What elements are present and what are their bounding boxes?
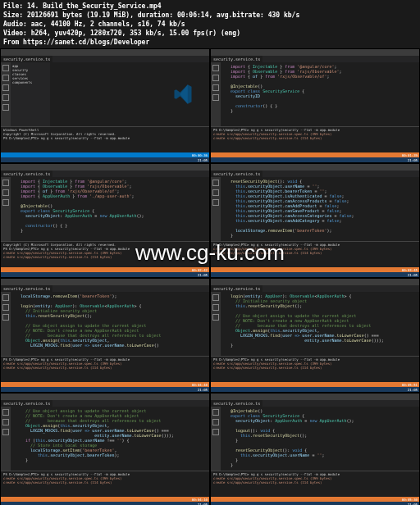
activity-bar[interactable]: [211, 407, 221, 471]
code-editor[interactable]: import { Injectable } from '@angular/cor…: [221, 62, 419, 126]
terminal-panel[interactable]: Windows PowerShell Copyright (C) Microso…: [1, 126, 209, 152]
activity-bar[interactable]: [211, 177, 221, 241]
terminal-panel[interactable]: PS D:\Samples\PTC> ng g s security/secur…: [1, 471, 209, 497]
window-titlebar[interactable]: [1, 164, 209, 171]
tab-security[interactable]: security.service.ts: [1, 171, 53, 177]
code-editor[interactable]: localStorage.removeItem('bearerToken'); …: [11, 292, 209, 356]
terminal-panel[interactable]: PS D:\Samples\PTC> ng g s security/secur…: [211, 241, 419, 267]
git-icon[interactable]: [212, 84, 219, 91]
files-icon[interactable]: [212, 409, 219, 416]
terminal-panel[interactable]: PS D:\Samples\PTC> ng g s security/secur…: [211, 126, 419, 152]
search-icon[interactable]: [2, 189, 9, 196]
code-editor[interactable]: import { Injectable } from '@angular/cor…: [11, 177, 209, 241]
search-icon[interactable]: [212, 189, 219, 196]
windows-taskbar[interactable]: 21:05: [211, 272, 419, 277]
windows-taskbar[interactable]: 21:05: [211, 502, 419, 505]
git-icon[interactable]: [2, 314, 9, 321]
activity-bar[interactable]: [1, 62, 11, 126]
windows-taskbar[interactable]: 21:05: [1, 157, 209, 162]
debug-icon[interactable]: [2, 94, 9, 101]
editor-tabs[interactable]: security.service.ts: [1, 171, 209, 177]
clock: 21:05: [408, 503, 418, 506]
window-titlebar[interactable]: [211, 394, 419, 400]
tab-security[interactable]: security.service.ts: [211, 400, 263, 407]
media-info-header: File: 14. Build_the_Security_Service.mp4…: [0, 0, 420, 48]
window-titlebar[interactable]: [211, 164, 419, 171]
window-titlebar[interactable]: [1, 49, 209, 56]
tab-security[interactable]: security.service.ts: [211, 56, 263, 62]
editor-tabs[interactable]: security.service.ts: [211, 285, 419, 292]
window-titlebar[interactable]: [211, 279, 419, 285]
files-icon[interactable]: [212, 294, 219, 301]
search-icon[interactable]: [2, 304, 9, 311]
debug-icon[interactable]: [212, 94, 219, 101]
terminal-panel[interactable]: Copyright (C) Microsoft Corporation. All…: [1, 241, 209, 267]
window-titlebar[interactable]: [1, 279, 209, 285]
tab-security[interactable]: security.service.ts: [1, 400, 53, 407]
activity-bar[interactable]: [1, 292, 11, 356]
git-icon[interactable]: [212, 199, 219, 206]
search-icon[interactable]: [212, 304, 219, 311]
terminal-panel[interactable]: PS D:\Samples\PTC> ng g s security/secur…: [1, 356, 209, 382]
editor-tabs[interactable]: security.service.ts: [1, 285, 209, 292]
files-icon[interactable]: [212, 65, 219, 71]
git-icon[interactable]: [2, 199, 9, 206]
editor-tabs[interactable]: security.service.ts: [1, 400, 209, 407]
code-block-1: import { Injectable } from '@angular/cor…: [231, 64, 342, 113]
files-icon[interactable]: [212, 180, 219, 186]
clock: 21:05: [198, 388, 208, 392]
window-titlebar[interactable]: [1, 394, 209, 400]
thumb-4: security.service.ts resetSecurityObject(…: [210, 163, 420, 278]
files-icon[interactable]: [2, 65, 9, 71]
timestamp: 00:04:48: [192, 383, 208, 387]
term-line: PS D:\Samples\PTC> ng g s security/secur…: [3, 136, 207, 140]
thumb-7: security.service.ts // Use object assign…: [0, 393, 210, 505]
editor-tabs[interactable]: security.service.ts: [211, 171, 419, 177]
activity-bar[interactable]: [1, 407, 11, 471]
list-item[interactable]: components: [12, 80, 48, 84]
git-icon[interactable]: [212, 314, 219, 321]
term-line: create src/app/security/security.service…: [3, 255, 207, 259]
files-icon[interactable]: [2, 409, 9, 416]
windows-taskbar[interactable]: 21:05: [211, 157, 419, 162]
extensions-icon[interactable]: [2, 104, 9, 111]
code-block-3: resetSecurityObject(): void { this.secur…: [231, 179, 354, 238]
code-editor[interactable]: // Use object assign to update the curre…: [11, 407, 209, 471]
terminal-panel[interactable]: PS D:\Samples\PTC> ng g s security/secur…: [211, 471, 419, 497]
tab-security[interactable]: security.service.ts: [1, 56, 53, 62]
windows-taskbar[interactable]: 21:05: [1, 502, 209, 505]
files-icon[interactable]: [2, 180, 9, 186]
code-block-7: @Injectable() export class SecurityServi…: [231, 408, 354, 467]
tab-security[interactable]: security.service.ts: [211, 171, 263, 177]
activity-bar[interactable]: [211, 292, 221, 356]
explorer-sidebar[interactable]: app security classes services components: [11, 62, 50, 126]
git-icon[interactable]: [212, 429, 219, 435]
editor-tabs[interactable]: security.service.ts: [211, 56, 419, 62]
code-editor[interactable]: resetSecurityObject(): void { this.secur…: [221, 177, 419, 241]
tab-security[interactable]: security.service.ts: [1, 285, 53, 292]
code-editor[interactable]: login(entity: AppUser): Observable<AppUs…: [221, 292, 419, 356]
clock: 21:05: [198, 503, 208, 506]
git-icon[interactable]: [2, 429, 9, 435]
activity-bar[interactable]: [1, 177, 11, 241]
windows-taskbar[interactable]: 21:05: [1, 272, 209, 277]
search-icon[interactable]: [212, 75, 219, 81]
code-block-5: login(entity: AppUser): Observable<AppUs…: [231, 293, 384, 348]
terminal-panel[interactable]: PS D:\Samples\PTC> ng g s security/secur…: [211, 356, 419, 382]
code-editor[interactable]: @Injectable() export class SecurityServi…: [221, 407, 419, 471]
timestamp: 00:03:45: [402, 268, 418, 272]
editor-tabs[interactable]: security.service.ts: [1, 56, 209, 62]
tab-security[interactable]: security.service.ts: [211, 285, 263, 292]
editor-tabs[interactable]: security.service.ts: [211, 400, 419, 407]
activity-bar[interactable]: [211, 62, 221, 126]
search-icon[interactable]: [2, 75, 9, 81]
search-icon[interactable]: [2, 419, 9, 425]
search-icon[interactable]: [212, 419, 219, 425]
git-icon[interactable]: [2, 84, 9, 91]
file-line: File: 14. Build_the_Security_Service.mp4: [3, 2, 417, 11]
windows-taskbar[interactable]: 21:05: [1, 387, 209, 392]
code-editor[interactable]: [50, 62, 209, 126]
files-icon[interactable]: [2, 294, 9, 301]
window-titlebar[interactable]: [211, 49, 419, 56]
windows-taskbar[interactable]: 21:05: [211, 387, 419, 392]
